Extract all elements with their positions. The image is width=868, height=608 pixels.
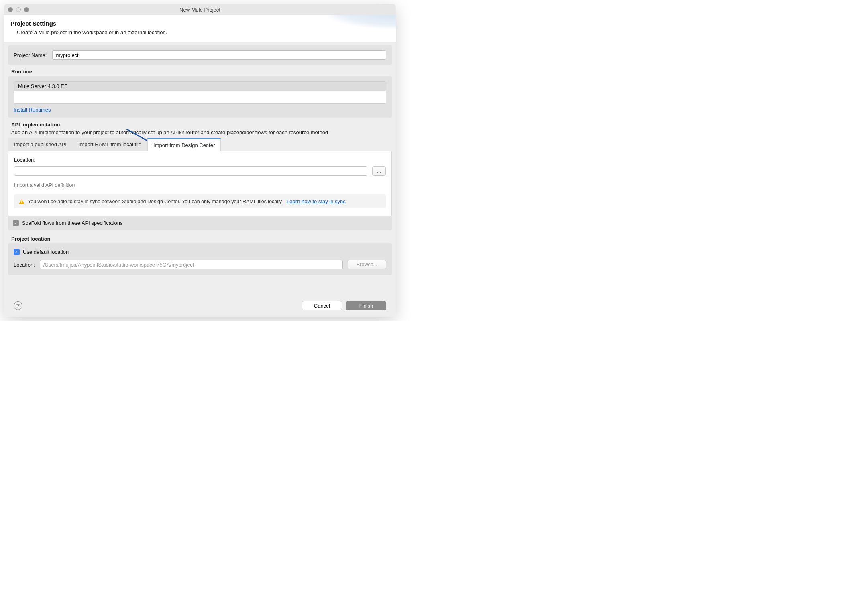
scaffold-row: ✓ Scaffold flows from these API specific… (8, 216, 392, 230)
dialog-footer: ? Cancel Finish (8, 295, 392, 317)
page-title: Project Settings (10, 20, 389, 27)
proj-location-input (40, 260, 343, 269)
runtime-title: Runtime (11, 69, 389, 75)
tab-import-raml-local[interactable]: Import RAML from local file (73, 138, 147, 151)
project-location-group: ✓ Use default location Location: Browse.… (8, 243, 392, 275)
window-title: New Mule Project (4, 7, 396, 13)
sync-warning: You won't be able to stay in sync betwee… (14, 194, 386, 208)
warning-icon (19, 199, 24, 204)
project-name-label: Project Name: (14, 52, 47, 58)
proj-location-label: Location: (14, 262, 35, 268)
api-impl-description: Add an API implementation to your projec… (11, 129, 389, 135)
use-default-checkbox[interactable]: ✓ (14, 249, 20, 255)
project-location-title: Project location (11, 236, 389, 242)
page-subtitle: Create a Mule project in the workspace o… (17, 29, 389, 35)
api-impl-title: API Implementation (11, 122, 389, 128)
tab-panel: Location: ... Import a valid API definit… (8, 151, 392, 216)
help-icon[interactable]: ? (14, 301, 22, 310)
scaffold-checkbox[interactable]: ✓ (13, 220, 19, 226)
finish-button[interactable]: Finish (346, 301, 386, 310)
minimize-icon (16, 7, 21, 12)
warning-text: You won't be able to stay in sync betwee… (28, 199, 282, 204)
sync-learn-link[interactable]: Learn how to stay in sync (287, 198, 346, 204)
dialog-window: New Mule Project Project Settings Create… (4, 4, 396, 317)
browse-button: Browse... (348, 260, 386, 269)
project-name-input[interactable] (52, 50, 386, 60)
install-runtimes-link[interactable]: Install Runtimes (14, 107, 51, 113)
dialog-content: Project Name: Runtime Mule Server 4.3.0 … (4, 42, 396, 317)
location-label: Location: (14, 157, 386, 163)
cancel-button[interactable]: Cancel (302, 301, 342, 310)
maximize-icon[interactable] (24, 7, 29, 12)
use-default-label: Use default location (23, 249, 69, 255)
location-input[interactable] (14, 166, 367, 176)
scaffold-label: Scaffold flows from these API specificat… (22, 220, 123, 226)
import-hint: Import a valid API definition (14, 182, 386, 188)
project-name-group: Project Name: (8, 45, 392, 65)
tab-import-design-center[interactable]: Import from Design Center (147, 138, 221, 151)
titlebar: New Mule Project (4, 4, 396, 15)
runtime-option[interactable]: Mule Server 4.3.0 EE (14, 82, 386, 91)
window-controls (4, 7, 29, 12)
runtime-group: Mule Server 4.3.0 EE Install Runtimes (8, 76, 392, 118)
browse-location-button[interactable]: ... (372, 166, 386, 176)
close-icon[interactable] (8, 7, 13, 12)
runtime-list[interactable]: Mule Server 4.3.0 EE (14, 81, 386, 104)
dialog-header: Project Settings Create a Mule project i… (4, 15, 396, 42)
api-tabs: Import a published API Import RAML from … (8, 138, 392, 151)
tab-import-published[interactable]: Import a published API (8, 138, 73, 151)
